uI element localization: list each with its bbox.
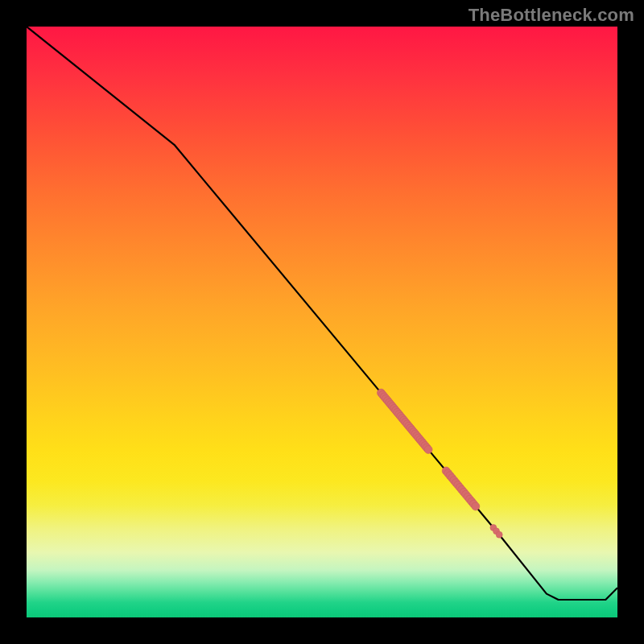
bottleneck-curve bbox=[27, 27, 617, 600]
chart-container: TheBottleneck.com bbox=[0, 0, 644, 644]
plot-area bbox=[27, 27, 617, 617]
data-point-marker bbox=[472, 502, 480, 510]
data-point-marker bbox=[424, 446, 432, 454]
watermark-text: TheBottleneck.com bbox=[469, 5, 634, 26]
data-point-marker bbox=[496, 531, 502, 538]
chart-svg bbox=[27, 27, 617, 617]
curve-path bbox=[27, 27, 617, 600]
